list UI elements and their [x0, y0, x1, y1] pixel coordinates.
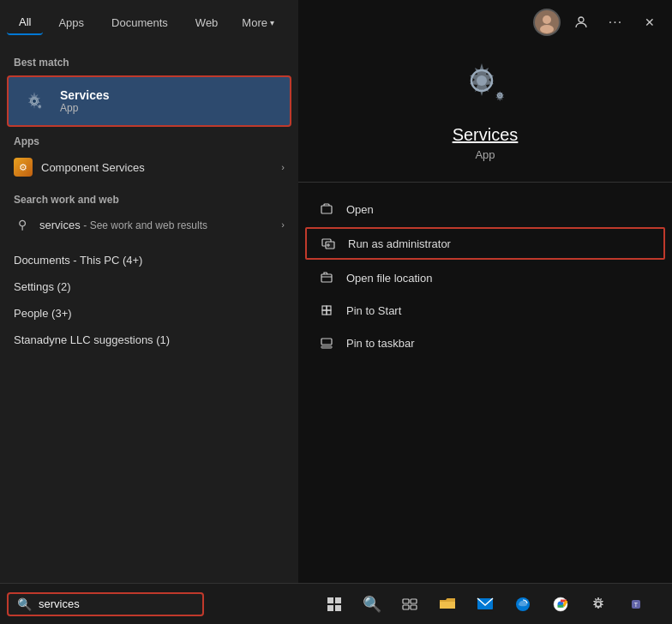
taskbar-left: 🔍 services: [0, 592, 298, 616]
pin-start-icon: [319, 303, 334, 318]
divider: [298, 182, 672, 183]
taskbar: 🔍 services 🔍: [0, 583, 672, 624]
search-web-text: services - See work and web results: [39, 219, 207, 231]
services-icon: [19, 86, 50, 117]
people-category[interactable]: People (3+): [0, 300, 298, 327]
close-button[interactable]: ✕: [634, 7, 665, 38]
search-web-icon: ⚲: [14, 216, 31, 233]
best-match-title: Services: [60, 88, 110, 102]
svg-rect-12: [322, 306, 327, 310]
documents-category[interactable]: Documents - This PC (4+): [0, 247, 298, 273]
taskbar-windows-icon[interactable]: [319, 589, 350, 620]
svg-rect-17: [321, 346, 332, 348]
open-file-icon: [319, 270, 334, 285]
taskbar-chrome[interactable]: [545, 589, 576, 620]
component-services-icon: ⚙: [14, 158, 33, 177]
nav-tabs: All Apps Documents Web More ▾: [0, 0, 298, 45]
pin-taskbar-button[interactable]: Pin to taskbar: [298, 327, 672, 359]
search-box[interactable]: 🔍 services: [7, 592, 204, 616]
svg-rect-27: [411, 599, 417, 603]
stanadyne-category[interactable]: Stanadyne LLC suggestions (1): [0, 327, 298, 353]
right-panel-subtitle: App: [475, 148, 495, 161]
svg-rect-23: [335, 597, 341, 603]
apps-section-label: Apps: [0, 130, 298, 151]
avatar-button[interactable]: [531, 7, 562, 38]
svg-rect-26: [403, 599, 409, 603]
svg-rect-13: [327, 306, 331, 310]
user-avatar: [533, 9, 561, 36]
more-chevron-icon: ▾: [270, 18, 274, 27]
taskbar-right: 🔍: [298, 589, 672, 620]
svg-rect-14: [322, 310, 327, 315]
taskbar-settings-2[interactable]: [583, 589, 614, 620]
right-panel: Services App Open: [298, 0, 672, 583]
open-button[interactable]: Open: [298, 193, 672, 225]
top-right-icons: ··· ✕: [531, 0, 672, 45]
svg-point-20: [540, 25, 554, 33]
svg-rect-25: [335, 605, 341, 611]
open-file-location-button[interactable]: Open file location: [298, 261, 672, 294]
search-web-chevron: ›: [281, 219, 285, 230]
svg-text:T: T: [634, 602, 639, 608]
component-services-chevron: ›: [281, 162, 285, 172]
svg-rect-22: [327, 597, 333, 603]
taskbar-search-btn[interactable]: 🔍: [357, 589, 387, 620]
settings-category[interactable]: Settings (2): [0, 273, 298, 300]
right-panel-title: Services: [453, 125, 519, 145]
open-icon: [319, 201, 334, 217]
open-label: Open: [346, 203, 374, 216]
tab-more[interactable]: More ▾: [233, 11, 283, 34]
left-panel: All Apps Documents Web More ▾ Best match: [0, 0, 298, 583]
svg-rect-16: [321, 339, 332, 345]
search-work-web-section: Search work and web ⚲ services - See wor…: [0, 183, 298, 247]
best-match-text: Services App: [60, 88, 110, 114]
tab-documents[interactable]: Documents: [99, 11, 180, 34]
tab-apps[interactable]: Apps: [46, 11, 96, 34]
person-icon-button[interactable]: [566, 7, 597, 38]
best-match-subtitle: App: [60, 102, 110, 114]
ellipsis-button[interactable]: ···: [600, 7, 631, 38]
close-icon: ✕: [645, 15, 655, 29]
component-services-item[interactable]: ⚙ Component Services ›: [0, 151, 298, 183]
search-work-web-label: Search work and web: [0, 190, 298, 209]
run-admin-label: Run as administrator: [348, 237, 451, 250]
svg-rect-24: [327, 605, 333, 611]
best-match-label: Best match: [0, 51, 298, 72]
svg-rect-28: [403, 605, 409, 609]
run-as-admin-button[interactable]: Run as administrator: [305, 227, 665, 260]
taskbar-search-icon: 🔍: [17, 597, 32, 611]
app-large-icon: [451, 51, 519, 111]
ellipsis-icon: ···: [609, 15, 622, 30]
svg-point-21: [579, 17, 584, 22]
pin-start-label: Pin to Start: [346, 304, 401, 317]
svg-rect-15: [327, 310, 331, 315]
best-match-item[interactable]: Services App: [7, 75, 291, 127]
taskbar-mail[interactable]: [470, 589, 501, 620]
context-menu: Open Run as administrator: [298, 189, 672, 363]
search-web-item[interactable]: ⚲ services - See work and web results ›: [0, 209, 298, 240]
pin-taskbar-icon: [319, 335, 334, 351]
svg-point-19: [543, 15, 551, 24]
pin-taskbar-label: Pin to taskbar: [346, 337, 415, 350]
svg-rect-8: [321, 206, 332, 213]
taskbar-edge[interactable]: [507, 589, 538, 620]
taskbar-task-view[interactable]: [394, 589, 425, 620]
component-services-label: Component Services: [41, 161, 145, 174]
tab-all[interactable]: All: [7, 10, 43, 35]
taskbar-folder[interactable]: [432, 589, 463, 620]
svg-rect-29: [411, 605, 417, 609]
open-file-location-label: Open file location: [346, 272, 432, 285]
search-results: Best match: [0, 45, 298, 583]
run-admin-icon: [321, 236, 336, 251]
svg-rect-11: [321, 274, 332, 282]
pin-start-button[interactable]: Pin to Start: [298, 294, 672, 327]
taskbar-search-input[interactable]: services: [39, 597, 80, 610]
taskbar-teams[interactable]: T: [621, 589, 651, 620]
tab-web[interactable]: Web: [183, 11, 231, 34]
